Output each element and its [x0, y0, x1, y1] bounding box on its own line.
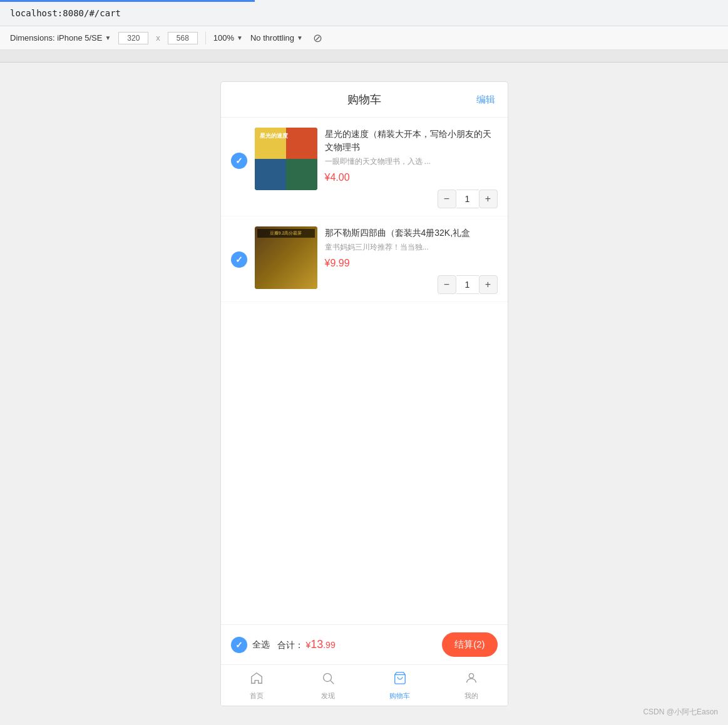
- width-input[interactable]: [118, 32, 148, 44]
- cart-icon: [393, 671, 407, 689]
- book2-cover: 豆瓣9.2高分霸屏: [255, 226, 317, 289]
- total-decimal: .99: [323, 640, 335, 650]
- item-2-details: 那不勒斯四部曲（套装共4册32K,礼盒 童书妈妈三川玲推荐！当当独... ¥9.…: [325, 226, 498, 294]
- total-prefix: 合计：: [277, 640, 304, 650]
- item-2-quantity-value: 1: [456, 275, 479, 294]
- zoom-chevron-icon: ▼: [237, 34, 243, 41]
- checkout-button[interactable]: 结算(2): [442, 632, 497, 657]
- height-input-wrapper: [168, 32, 198, 44]
- throttle-label: No throttling: [250, 33, 294, 43]
- svg-line-1: [331, 681, 334, 684]
- cart-items-list: ✓ 星光的速度 星光的速度（精装大开本，写给小朋友的天文物理书 一眼即懂的天文物…: [221, 118, 508, 371]
- nav-discover-label: 发现: [321, 691, 335, 701]
- book1-q4: [286, 159, 317, 190]
- height-input[interactable]: [168, 32, 198, 44]
- nav-item-discover[interactable]: 发现: [292, 665, 364, 706]
- nav-profile-label: 我的: [464, 691, 478, 701]
- nav-item-cart[interactable]: 购物车: [364, 665, 436, 706]
- item-2-name: 那不勒斯四部曲（套装共4册32K,礼盒: [325, 226, 498, 240]
- item-1-quantity-value: 1: [456, 190, 479, 208]
- cart-header: 购物车 编辑: [221, 82, 508, 118]
- item-2-checkmark-icon: ✓: [235, 255, 243, 265]
- select-all-checkmark-icon: ✓: [235, 640, 243, 650]
- dimensions-chevron-icon: ▼: [105, 34, 111, 41]
- toolbar-separator: [205, 32, 206, 44]
- nav-bar: 首页 发现 购物车: [221, 664, 508, 706]
- width-input-wrapper: [118, 32, 148, 44]
- svg-point-0: [324, 674, 332, 682]
- browser-bar: localhost:8080/#/cart: [0, 0, 728, 26]
- item-1-checkbox[interactable]: ✓: [231, 153, 247, 169]
- cart-item-2: ✓ 豆瓣9.2高分霸屏 那不勒斯四部曲（套装共4册32K,礼盒 童书妈妈三川玲推…: [221, 216, 508, 302]
- total-integer: 13: [310, 638, 323, 651]
- item-2-image: 豆瓣9.2高分霸屏: [255, 226, 317, 289]
- nav-item-profile[interactable]: 我的: [436, 665, 508, 706]
- book1-title-overlay: 星光的速度: [260, 133, 288, 140]
- dimension-x: x: [156, 33, 160, 43]
- search-icon: [321, 671, 335, 689]
- book1-q3: [255, 159, 286, 190]
- item-1-quantity-control: − 1 +: [325, 190, 498, 208]
- ruler-ticks: [5, 50, 723, 62]
- browser-url: localhost:8080/#/cart: [10, 8, 121, 18]
- home-icon: [250, 671, 264, 689]
- profile-icon: [464, 671, 478, 689]
- dimensions-selector[interactable]: Dimensions: iPhone 5/SE ▼: [10, 33, 111, 43]
- nav-cart-label: 购物车: [389, 691, 410, 701]
- item-1-details: 星光的速度（精装大开本，写给小朋友的天文物理书 一眼即懂的天文物理书，入选 ..…: [325, 128, 498, 208]
- item-1-decrease-button[interactable]: −: [438, 190, 456, 208]
- item-1-description: 一眼即懂的天文物理书，入选 ...: [325, 156, 498, 167]
- item-2-increase-button[interactable]: +: [479, 275, 498, 294]
- phone-frame: 购物车 编辑 ✓ 星光的速度: [220, 81, 508, 706]
- watermark: CSDN @小阿七Eason: [643, 707, 718, 717]
- book2-label-overlay: 豆瓣9.2高分霸屏: [257, 229, 315, 238]
- item-1-checkmark-icon: ✓: [235, 156, 243, 166]
- devtools-toolbar: Dimensions: iPhone 5/SE ▼ x 100% ▼ No th…: [0, 26, 728, 50]
- loading-bar: [0, 0, 255, 2]
- item-1-price: ¥4.00: [325, 172, 498, 183]
- total-currency: ¥13.99: [305, 640, 335, 650]
- nav-item-home[interactable]: 首页: [221, 665, 293, 706]
- item-1-name: 星光的速度（精装大开本，写给小朋友的天文物理书: [325, 128, 498, 154]
- book1-cover: 星光的速度: [255, 128, 317, 190]
- item-2-description: 童书妈妈三川玲推荐！当当独...: [325, 242, 498, 253]
- zoom-label: 100%: [213, 33, 234, 43]
- nav-home-label: 首页: [250, 691, 264, 701]
- cart-bottom-bar: ✓ 全选 合计： ¥13.99 结算(2): [221, 624, 508, 664]
- dimensions-label: Dimensions: iPhone 5/SE: [10, 33, 102, 43]
- rotate-icon[interactable]: ⊘: [313, 31, 322, 45]
- ruler: [0, 50, 728, 63]
- select-all-area: ✓ 全选: [231, 637, 270, 653]
- item-2-quantity-control: − 1 +: [325, 275, 498, 294]
- zoom-selector[interactable]: 100% ▼: [213, 33, 243, 43]
- item-1-image: 星光的速度: [255, 128, 317, 190]
- total-area: 合计： ¥13.99: [277, 638, 435, 651]
- cart-title: 购物车: [347, 92, 381, 107]
- cart-item-1: ✓ 星光的速度 星光的速度（精装大开本，写给小朋友的天文物理书 一眼即懂的天文物…: [221, 118, 508, 216]
- cart-empty-space: [221, 371, 508, 624]
- svg-point-3: [469, 674, 474, 678]
- throttle-chevron-icon: ▼: [297, 34, 303, 41]
- cart-edit-button[interactable]: 编辑: [476, 94, 495, 106]
- select-all-checkbox[interactable]: ✓: [231, 637, 247, 653]
- book1-q2: [286, 128, 317, 159]
- item-1-increase-button[interactable]: +: [479, 190, 498, 208]
- select-all-label: 全选: [252, 639, 270, 651]
- item-2-checkbox[interactable]: ✓: [231, 251, 247, 268]
- item-2-price: ¥9.99: [325, 258, 498, 269]
- item-2-decrease-button[interactable]: −: [438, 275, 456, 294]
- throttle-selector[interactable]: No throttling ▼: [250, 33, 303, 43]
- content-area: 购物车 编辑 ✓ 星光的速度: [0, 63, 728, 725]
